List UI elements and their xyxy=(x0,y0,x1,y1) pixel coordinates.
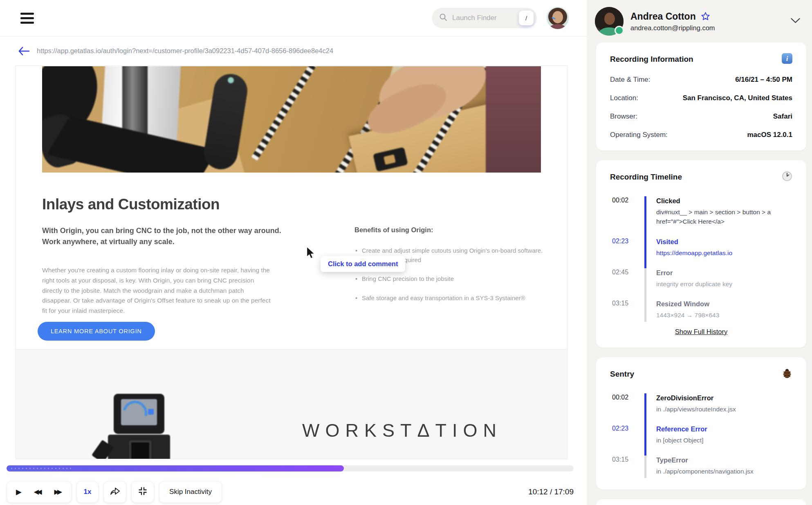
info-value: 6/16/21 – 4:50 PM xyxy=(735,76,792,84)
bug-icon xyxy=(782,368,792,380)
sentry-event[interactable]: 03:15 TypeError in ./app/components/navi… xyxy=(644,456,792,478)
event-detail: 1443×924 → 798×643 xyxy=(656,310,792,320)
share-arrow-icon xyxy=(109,486,121,498)
replay-page-lead: With Origin, you can bring CNC to the jo… xyxy=(42,225,287,247)
learn-more-button: LEARN MORE ABOUT ORIGIN xyxy=(38,322,155,341)
event-time: 02:45 xyxy=(612,269,637,276)
event-detail: in ./app/components/navigation.jsx xyxy=(656,467,792,476)
details-sidebar: Andrea Cotton andrea.cotton@rippling.com… xyxy=(587,0,812,505)
sentry-event[interactable]: 00:02 ZeroDivisionError in ./app/views/r… xyxy=(644,393,792,424)
sentry-title: Sentry xyxy=(610,370,634,379)
info-row: Location:San Francisco, CA, United State… xyxy=(610,94,792,102)
sentry-event[interactable]: 02:23 Reference Error in [object Object] xyxy=(644,424,792,456)
info-row: Operating System:macOS 12.0.1 xyxy=(610,131,792,139)
playback-time: 10:12 / 17:09 xyxy=(528,487,574,496)
recording-information-card: Recording Information i Date & Time:6/16… xyxy=(596,43,806,150)
profile-avatar xyxy=(595,7,624,36)
event-link[interactable]: https://demoapp.getatlas.io xyxy=(656,248,792,258)
session-replay-app: / https://app.getatlas.io/auth/login?nex… xyxy=(0,0,812,505)
replay-hero-image xyxy=(42,66,541,173)
replay-viewport[interactable]: Inlays and Customization With Origin, yo… xyxy=(16,65,568,459)
show-full-history-link[interactable]: Show Full History xyxy=(673,328,730,336)
transport-button-group: ▶ ◀◀ ▶▶ xyxy=(7,481,72,503)
info-label: Date & Time: xyxy=(610,76,650,84)
replay-page-body: Whether you're creating a custom floorin… xyxy=(42,265,271,316)
keyboard-shortcut-badge: / xyxy=(519,11,534,25)
event-time: 03:15 xyxy=(612,300,637,307)
url-bar: https://app.getatlas.io/auth/login?next=… xyxy=(0,36,587,65)
replay-footer-section: WORKSTΔTION xyxy=(16,349,567,459)
console-card: Console xyxy=(596,499,806,505)
benefit-item: Safe storage and easy transportation in … xyxy=(354,294,551,303)
collapse-icon xyxy=(137,486,148,498)
timeline-event[interactable]: 02:45 Error integrity error duplicate ke… xyxy=(644,268,792,299)
replay-stage: Inlays and Customization With Origin, yo… xyxy=(0,65,587,505)
info-label: Browser: xyxy=(610,112,637,121)
info-label: Location: xyxy=(610,94,638,102)
collapse-view-button[interactable] xyxy=(131,481,154,503)
skip-inactivity-button[interactable]: Skip Inactivity xyxy=(159,481,222,503)
timeline-event[interactable]: 03:15 Resized Window 1443×924 → 798×643 xyxy=(644,299,792,321)
profile-name: Andrea Cotton xyxy=(630,11,696,22)
event-detail: in ./app/views/routeIndex.jsx xyxy=(656,404,792,414)
play-button[interactable]: ▶ xyxy=(16,488,22,496)
clock-icon xyxy=(782,171,792,183)
event-title: ZeroDivisionError xyxy=(656,393,792,403)
playback-controls: ▶ ◀◀ ▶▶ 1x Skip Inactivity 10:12 / 17:09 xyxy=(7,481,574,503)
profile-email: andrea.cotton@rippling.com xyxy=(630,24,715,32)
info-row: Date & Time:6/16/21 – 4:50 PM xyxy=(610,76,792,84)
launch-finder-search[interactable]: / xyxy=(432,8,537,28)
info-value: Safari xyxy=(773,112,792,121)
fast-forward-button[interactable]: ▶▶ xyxy=(54,489,62,495)
replay-page-heading: Inlays and Customization xyxy=(42,196,220,213)
chevron-down-icon[interactable] xyxy=(790,18,801,25)
info-value: San Francisco, CA, United States xyxy=(683,94,792,102)
event-time: 02:23 xyxy=(612,425,637,432)
benefits-title: Benefits of using Origin: xyxy=(354,226,551,234)
svg-text:i: i xyxy=(786,55,788,63)
timeline-event[interactable]: 00:02 Clicked div#nuxt__ > main > sectio… xyxy=(644,196,792,237)
top-bar: / xyxy=(0,0,587,36)
add-comment-tooltip: Click to add comment xyxy=(321,256,405,272)
recording-timeline-card: Recording Timeline 00:02 Clicked div#nux… xyxy=(596,160,806,348)
event-title: Reference Error xyxy=(656,424,792,434)
rewind-button[interactable]: ◀◀ xyxy=(34,489,42,495)
search-input[interactable] xyxy=(451,13,510,22)
recorded-cursor-icon xyxy=(305,246,316,261)
info-label: Operating System: xyxy=(610,131,668,139)
benefit-item: Bring CNC precision to the jobsite xyxy=(354,274,551,284)
online-status-dot xyxy=(615,26,624,35)
main-area: / https://app.getatlas.io/auth/login?nex… xyxy=(0,0,587,505)
skip-forward-button[interactable] xyxy=(103,481,126,503)
timeline-event[interactable]: 02:23 Visited https://demoapp.getatlas.i… xyxy=(644,237,792,268)
back-arrow-icon[interactable] xyxy=(18,47,29,56)
playback-progress-bar[interactable] xyxy=(7,465,574,471)
sentry-card: Sentry 00:02 ZeroDivisionError in ./app/… xyxy=(596,357,806,489)
info-icon: i xyxy=(782,53,792,65)
progress-fill xyxy=(7,465,344,471)
info-value: macOS 12.0.1 xyxy=(747,131,792,139)
profile-header: Andrea Cotton andrea.cotton@rippling.com xyxy=(587,0,812,43)
event-title: Error xyxy=(656,268,792,278)
event-detail: in [object Object] xyxy=(656,435,792,445)
event-detail: integrity error duplicate key xyxy=(656,279,792,289)
event-time: 02:23 xyxy=(612,238,637,245)
hamburger-menu-button[interactable] xyxy=(20,13,34,24)
event-title: Visited xyxy=(656,237,792,247)
event-title: TypeError xyxy=(656,456,792,465)
event-time: 03:15 xyxy=(612,456,637,463)
event-time: 00:02 xyxy=(612,197,637,204)
star-icon[interactable] xyxy=(700,11,711,22)
event-title: Resized Window xyxy=(656,299,792,309)
workstation-logo: WORKSTΔTION xyxy=(302,420,502,441)
recording-timeline-title: Recording Timeline xyxy=(610,173,682,182)
search-icon xyxy=(439,13,447,23)
event-time: 00:02 xyxy=(612,394,637,401)
info-row: Browser:Safari xyxy=(610,112,792,121)
recording-information-title: Recording Information xyxy=(610,55,693,64)
playback-speed-button[interactable]: 1x xyxy=(76,481,99,503)
user-avatar[interactable] xyxy=(547,7,569,29)
event-title: Clicked xyxy=(656,196,792,206)
product-image xyxy=(105,394,193,459)
event-detail: div#nuxt__ > main > section > button > a… xyxy=(656,207,792,227)
